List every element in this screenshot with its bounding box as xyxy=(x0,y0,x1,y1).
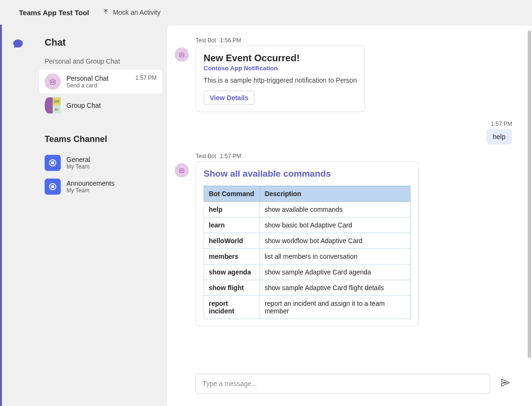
message-author: Test Bot xyxy=(196,37,216,44)
svg-point-8 xyxy=(181,55,182,56)
svg-point-9 xyxy=(182,55,183,56)
adaptive-card: New Event Occurred! Contoso App Notifica… xyxy=(196,46,365,112)
card-heading: Show all available commands xyxy=(204,169,411,179)
scrollbar[interactable] xyxy=(528,30,531,358)
channel-title: General xyxy=(66,156,157,163)
nav-rail xyxy=(0,25,34,406)
channel-text: General My Team xyxy=(66,156,157,170)
message-author: Test Bot xyxy=(196,153,216,160)
card-subtitle: Contoso App Notification xyxy=(204,65,357,72)
svg-point-2 xyxy=(53,82,54,83)
table-row: memberslist all members in conversation xyxy=(204,249,411,264)
command-cell: show flight xyxy=(204,280,260,296)
bot-avatar-icon xyxy=(175,47,189,62)
sidebar: Chat Personal and Group Chat Personal Ch… xyxy=(34,25,167,406)
commands-table: Bot Command Description helpshow availab… xyxy=(204,186,411,319)
chat-rail-icon[interactable] xyxy=(9,35,27,52)
message-meta: Test Bot 1:57 PM xyxy=(196,153,419,160)
command-cell: report incident xyxy=(204,296,260,319)
command-cell: help xyxy=(204,202,260,217)
app-title: Teams App Test Tool xyxy=(19,9,89,17)
arrow-up-icon xyxy=(103,9,109,17)
svg-rect-0 xyxy=(50,80,56,84)
user-message-wrap: 1:57 PM help xyxy=(486,121,512,144)
description-cell: show sample Adaptive Card agenda xyxy=(260,264,410,280)
table-header: Bot Command xyxy=(204,186,260,202)
channel-sub: My Team xyxy=(66,163,157,170)
chat-item-sub: Send a card xyxy=(66,82,130,89)
chat-item-title: Group Chat xyxy=(66,102,157,109)
table-header: Description xyxy=(260,186,410,202)
message-meta: Test Bot 1:56 PM xyxy=(196,37,365,44)
command-cell: helloWorld xyxy=(204,233,260,249)
message-user: 1:57 PM help xyxy=(175,121,512,144)
bot-avatar-icon xyxy=(45,74,61,90)
chat-heading: Chat xyxy=(39,34,162,55)
message-time: 1:57 PM xyxy=(220,153,241,160)
svg-point-11 xyxy=(181,170,182,171)
command-cell: members xyxy=(204,249,260,264)
chat-item-text: Personal Chat Send a card xyxy=(66,75,130,89)
user-bubble: help xyxy=(486,129,512,144)
group-avatar-icon: MS AV xyxy=(45,97,61,113)
description-cell: list all members in conversation xyxy=(260,249,410,264)
sidebar-item-general[interactable]: General My Team xyxy=(39,151,162,175)
compose-bar xyxy=(167,366,532,406)
channel-text: Announcements My Team xyxy=(66,179,157,194)
chat-item-title: Personal Chat xyxy=(66,75,130,82)
main: Chat Personal and Group Chat Personal Ch… xyxy=(0,25,532,406)
message-input[interactable] xyxy=(196,374,490,394)
description-cell: show basic bot Adaptive Card xyxy=(260,217,410,233)
message-time: 1:56 PM xyxy=(220,37,241,44)
chat-item-time: 1:57 PM xyxy=(135,75,157,81)
description-cell: show sample Adaptive Card flight details xyxy=(260,280,410,296)
description-cell: report an incident and assign it to a te… xyxy=(260,296,410,319)
mock-activity-label: Mock an Activity xyxy=(113,9,160,16)
command-cell: learn xyxy=(204,217,260,233)
channel-title: Announcements xyxy=(66,179,157,187)
svg-rect-10 xyxy=(179,169,184,173)
adaptive-card-commands: Show all available commands Bot Command … xyxy=(196,161,419,326)
sidebar-item-announcements[interactable]: Announcements My Team xyxy=(39,175,162,198)
card-body: This is a sample http-triggered notifica… xyxy=(204,76,357,84)
send-button[interactable] xyxy=(499,377,512,390)
topbar: Teams App Test Tool Mock an Activity xyxy=(0,0,532,25)
send-icon xyxy=(500,378,511,390)
card-title: New Event Occurred! xyxy=(204,53,357,64)
view-details-button[interactable]: View Details xyxy=(204,91,254,105)
svg-point-6 xyxy=(52,186,54,188)
message-body: Test Bot 1:57 PM Show all available comm… xyxy=(196,153,419,326)
table-row: report incidentreport an incident and as… xyxy=(204,296,411,319)
svg-point-4 xyxy=(52,162,54,164)
table-row: learnshow basic bot Adaptive Card xyxy=(204,217,411,233)
svg-rect-7 xyxy=(179,53,184,57)
sidebar-item-group-chat[interactable]: MS AV Group Chat xyxy=(39,94,162,117)
command-cell: show agenda xyxy=(204,264,260,280)
chat-subheading: Personal and Group Chat xyxy=(39,55,162,70)
message-bot: Test Bot 1:57 PM Show all available comm… xyxy=(175,153,512,326)
message-body: Test Bot 1:56 PM New Event Occurred! Con… xyxy=(196,37,365,112)
chat-item-text: Group Chat xyxy=(66,102,157,109)
table-row: helpshow available commands xyxy=(204,202,411,217)
description-cell: show available commands xyxy=(260,202,410,217)
svg-point-12 xyxy=(182,170,183,171)
channel-icon xyxy=(45,179,61,195)
table-row: show flightshow sample Adaptive Card fli… xyxy=(204,280,411,296)
table-row: show agendashow sample Adaptive Card age… xyxy=(204,264,411,280)
channel-heading: Teams Channel xyxy=(39,117,162,151)
table-row: helloWorldshow workflow bot Adaptive Car… xyxy=(204,233,411,249)
message-list[interactable]: Test Bot 1:56 PM New Event Occurred! Con… xyxy=(167,26,532,366)
sidebar-item-personal-chat[interactable]: Personal Chat Send a card 1:57 PM xyxy=(39,70,162,94)
description-cell: show workflow bot Adaptive Card xyxy=(260,233,410,249)
bot-avatar-icon xyxy=(175,163,189,178)
channel-sub: My Team xyxy=(66,187,157,194)
message-bot: Test Bot 1:56 PM New Event Occurred! Con… xyxy=(175,37,512,112)
chat-content: Test Bot 1:56 PM New Event Occurred! Con… xyxy=(167,26,532,406)
message-time: 1:57 PM xyxy=(491,121,512,127)
channel-icon xyxy=(45,155,61,171)
svg-point-1 xyxy=(51,82,52,83)
mock-activity-button[interactable]: Mock an Activity xyxy=(103,9,160,17)
